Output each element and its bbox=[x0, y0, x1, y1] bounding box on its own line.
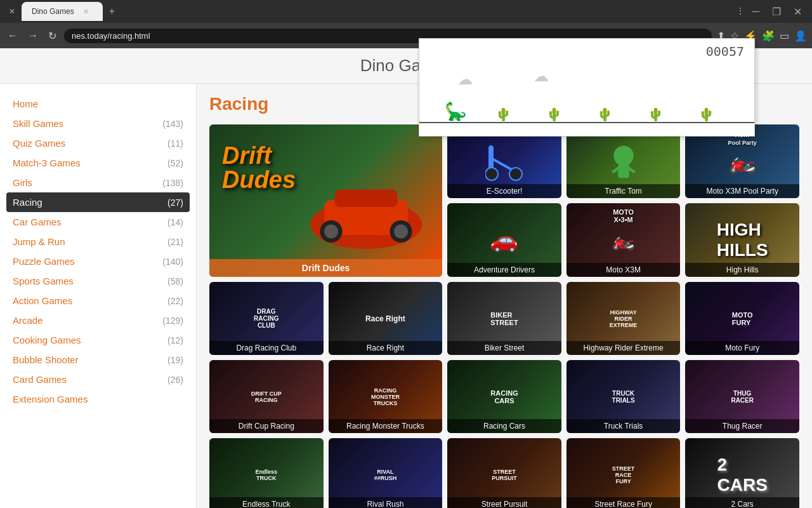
action-count: (22) bbox=[167, 296, 183, 306]
tab-overflow-icon[interactable]: ⋮ bbox=[736, 6, 745, 18]
sidebar-item-match3[interactable]: Match-3 Games (52) bbox=[13, 153, 183, 173]
bubble-count: (19) bbox=[167, 355, 183, 365]
sidebar-item-action[interactable]: Action Games (22) bbox=[13, 291, 183, 311]
game-card-drift-dudes[interactable]: DriftDudes Drift Dudes bbox=[209, 124, 442, 277]
jumprun-count: (21) bbox=[167, 237, 183, 247]
game-card-streetrace[interactable]: STREETRACEFURY Street Race Fury bbox=[566, 438, 681, 508]
quiz-games-count: (11) bbox=[167, 138, 183, 149]
card-count: (26) bbox=[167, 375, 183, 385]
sidebar-item-girls[interactable]: Girls (138) bbox=[13, 173, 183, 192]
home-link: Home bbox=[13, 98, 38, 109]
quiz-games-link: Quiz Games bbox=[13, 138, 65, 149]
escooter-label: E-Scooter! bbox=[447, 184, 561, 198]
endless-label: Endless Truck bbox=[209, 497, 324, 508]
skill-games-link: Skill Games bbox=[13, 118, 63, 129]
biker-label: Biker Street bbox=[447, 341, 561, 355]
game-card-motofury[interactable]: MOTOFURY Moto Fury bbox=[685, 282, 799, 355]
truck-label: Truck Trials bbox=[566, 419, 681, 433]
drift-dudes-thumb: DriftDudes bbox=[209, 124, 442, 277]
svg-point-10 bbox=[509, 168, 522, 180]
game-card-highway[interactable]: HIGHWAYRIDEREXTREME Highway Rider Extrem… bbox=[566, 282, 681, 355]
sidebar-item-cooking[interactable]: Cooking Games (12) bbox=[13, 330, 183, 350]
sidebar-item-quiz[interactable]: Quiz Games (11) bbox=[13, 133, 183, 153]
sidebar-item-car[interactable]: Car Games (14) bbox=[13, 212, 183, 232]
dino-character: 🦕 bbox=[445, 101, 467, 122]
highhills-label: High Hills bbox=[685, 263, 799, 277]
sidebar-item-card[interactable]: Card Games (26) bbox=[13, 370, 183, 389]
game-card-driftcup[interactable]: DRIFT CUPRACING Drift Cup Racing bbox=[209, 360, 324, 433]
minimize-button[interactable]: ─ bbox=[747, 6, 764, 18]
sidebar-item-racing[interactable]: Racing (27) bbox=[6, 192, 190, 212]
new-tab-button[interactable]: + bbox=[105, 4, 119, 18]
girls-link: Girls bbox=[13, 177, 32, 188]
streetrace-label: Street Race Fury bbox=[566, 497, 681, 508]
svg-point-9 bbox=[485, 168, 498, 180]
tab-close-icon[interactable]: ✕ bbox=[79, 6, 93, 17]
skill-games-count: (143) bbox=[162, 119, 183, 129]
sidebar-item-sports[interactable]: Sports Games (58) bbox=[13, 271, 183, 291]
profile-icon[interactable]: 👤 bbox=[794, 30, 807, 42]
svg-point-4 bbox=[324, 225, 338, 239]
game-card-thug[interactable]: THUGRACER Thug Racer bbox=[685, 360, 799, 433]
game-card-street[interactable]: STREETPURSUIT Street Pursuit bbox=[447, 438, 561, 508]
raceright-label: Race Right bbox=[329, 341, 443, 355]
dino-cloud-1: ☁ bbox=[457, 70, 473, 88]
dino-game-area: ☁ ☁ 🦕 🌵 🌵 🌵 🌵 🌵 bbox=[419, 64, 754, 136]
game-card-motox3m[interactable]: 🏍️ MOTOX•3•M Moto X3M bbox=[566, 203, 681, 277]
arcade-count: (129) bbox=[162, 316, 183, 326]
match3-games-link: Match-3 Games bbox=[13, 157, 81, 168]
sidebar-item-extension[interactable]: Extension Games bbox=[13, 389, 183, 409]
sidebar-item-puzzle[interactable]: Puzzle Games (140) bbox=[13, 251, 183, 271]
extension-link: Extension Games bbox=[13, 394, 88, 404]
game-card-monster[interactable]: RACINGMONSTERTRUCKS Racing Monster Truck… bbox=[329, 360, 443, 433]
dino-cactus-2: 🌵 bbox=[546, 107, 562, 122]
game-card-rival[interactable]: RIVAL##RUSH Rival Rush bbox=[329, 438, 443, 508]
restore-button[interactable]: ❐ bbox=[767, 6, 786, 18]
active-tab[interactable]: Dino Games ✕ bbox=[22, 2, 103, 21]
sidebar-item-arcade[interactable]: Arcade (129) bbox=[13, 311, 183, 330]
game-card-endless[interactable]: EndlessTRUCK Endless Truck bbox=[209, 438, 324, 508]
rival-label: Rival Rush bbox=[329, 497, 443, 508]
dino-game-overlay: 00057 ☁ ☁ 🦕 🌵 🌵 🌵 🌵 🌵 bbox=[419, 38, 755, 137]
reload-button[interactable]: ↻ bbox=[46, 27, 59, 44]
adventure-label: Adventure Drivers bbox=[447, 263, 561, 277]
game-card-drag[interactable]: DRAGRACINGCLUB Drag Racing Club bbox=[209, 282, 324, 355]
back-button[interactable]: ← bbox=[5, 27, 20, 44]
action-link: Action Games bbox=[13, 295, 72, 306]
drift-dudes-title: DriftDudes bbox=[222, 144, 296, 192]
game-card-raceright[interactable]: Race Right Race Right bbox=[329, 282, 443, 355]
puzzle-icon[interactable]: 🧩 bbox=[762, 30, 775, 42]
cooking-link: Cooking Games bbox=[13, 335, 81, 345]
game-card-twocars[interactable]: 2CARS 2 Cars bbox=[685, 438, 799, 508]
sidebar-item-skill[interactable]: Skill Games (143) bbox=[13, 114, 183, 133]
highway-label: Highway Rider Extreme bbox=[566, 341, 681, 355]
racing-count: (27) bbox=[167, 197, 183, 208]
close-window-button[interactable]: ✕ bbox=[789, 6, 807, 18]
match3-games-count: (52) bbox=[167, 158, 183, 168]
drift-dudes-label: Drift Dudes bbox=[209, 259, 442, 277]
svg-rect-2 bbox=[335, 190, 398, 208]
svg-point-6 bbox=[394, 225, 408, 239]
dino-cactus-4: 🌵 bbox=[648, 107, 664, 122]
game-card-truck[interactable]: TRUCKTRIALS Truck Trials bbox=[566, 360, 681, 433]
street-label: Street Pursuit bbox=[447, 497, 561, 508]
sidebar-toggle-icon[interactable]: ▭ bbox=[780, 30, 789, 42]
sidebar-item-bubble[interactable]: Bubble Shooter (19) bbox=[13, 350, 183, 370]
dino-ground bbox=[419, 122, 754, 123]
tab-label: Dino Games bbox=[32, 7, 74, 16]
close-tab-icon[interactable]: ✕ bbox=[5, 6, 19, 17]
bubble-link: Bubble Shooter bbox=[13, 354, 78, 365]
jumprun-link: Jump & Run bbox=[13, 236, 65, 247]
puzzle-count: (140) bbox=[162, 257, 183, 267]
game-card-adventure[interactable]: 🚗 Adventure Drivers bbox=[447, 203, 561, 277]
sidebar-item-home[interactable]: Home bbox=[13, 94, 183, 114]
game-card-highhills[interactable]: HIGHHILLS High Hills bbox=[685, 203, 799, 277]
game-card-biker[interactable]: BIKERSTREET Biker Street bbox=[447, 282, 561, 355]
racing-link: Racing bbox=[13, 197, 43, 208]
sidebar-item-jumprun[interactable]: Jump & Run (21) bbox=[13, 232, 183, 251]
game-card-racingcars[interactable]: RACINGCARS Racing Cars bbox=[447, 360, 561, 433]
driftcup-label: Drift Cup Racing bbox=[209, 419, 324, 433]
forward-button[interactable]: → bbox=[25, 27, 41, 44]
main-layout: Home Skill Games (143) Quiz Games (11) M… bbox=[0, 84, 812, 508]
puzzle-link: Puzzle Games bbox=[13, 256, 75, 267]
